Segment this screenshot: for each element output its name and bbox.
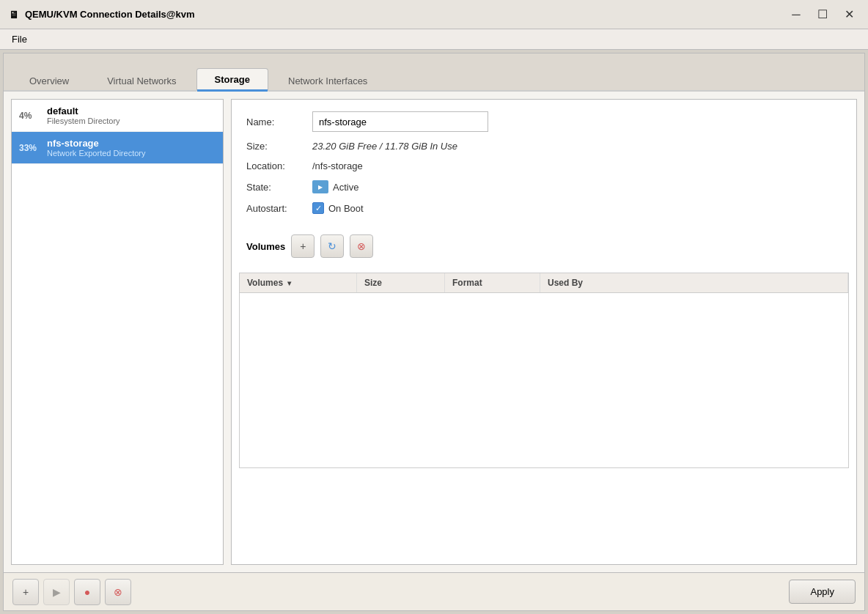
- tab-network-interfaces[interactable]: Network Interfaces: [270, 70, 386, 92]
- state-label: State:: [246, 182, 312, 193]
- name-row: Name:: [246, 111, 842, 132]
- menubar: File: [0, 29, 868, 50]
- location-value: /nfs-storage: [312, 160, 363, 171]
- storage-info-default: default Filesystem Directory: [47, 106, 120, 125]
- delete-storage-button[interactable]: ⊗: [105, 579, 131, 605]
- content-area: 4% default Filesystem Directory 33% nfs-…: [4, 92, 864, 610]
- col-header-size: Size: [357, 273, 445, 292]
- monitor-icon: [312, 180, 328, 193]
- volumes-label: Volumes: [246, 241, 285, 252]
- storage-subtext-default: Filesystem Directory: [47, 116, 120, 125]
- autostart-value: On Boot: [328, 203, 364, 214]
- size-row: Size: 23.20 GiB Free / 11.78 GiB In Use: [246, 141, 842, 152]
- tab-overview[interactable]: Overview: [11, 70, 87, 92]
- storage-list: 4% default Filesystem Directory 33% nfs-…: [11, 99, 224, 565]
- minimize-button[interactable]: ─: [786, 4, 806, 25]
- volumes-section: Volumes + ↻ ⊗: [232, 234, 856, 273]
- state-row: State: Active: [246, 180, 842, 193]
- autostart-label: Autostart:: [246, 203, 312, 214]
- storage-name-default: default: [47, 106, 120, 116]
- bottom-left-buttons: + ▶ ● ⊗: [12, 579, 131, 605]
- content-body: 4% default Filesystem Directory 33% nfs-…: [4, 92, 864, 572]
- main-window: Overview Virtual Networks Storage Networ…: [3, 53, 865, 611]
- state-value: Active: [333, 182, 358, 193]
- storage-percent-nfs: 33%: [19, 143, 40, 153]
- maximize-button[interactable]: ☐: [812, 4, 833, 25]
- storage-subtext-nfs: Network Exported Directory: [47, 149, 146, 158]
- col-header-volumes[interactable]: Volumes: [240, 273, 357, 292]
- storage-info-nfs: nfs-storage Network Exported Directory: [47, 138, 146, 158]
- delete-volume-button[interactable]: ⊗: [350, 234, 373, 258]
- location-label: Location:: [246, 160, 312, 171]
- window-title: QEMU/KVM Connection Details@kvm: [25, 9, 195, 20]
- tabbar: Overview Virtual Networks Storage Networ…: [4, 53, 864, 92]
- apply-button[interactable]: Apply: [789, 580, 856, 604]
- titlebar-left: 🖥 QEMU/KVM Connection Details@kvm: [9, 9, 195, 21]
- titlebar-controls: ─ ☐ ✕: [786, 4, 859, 25]
- close-button[interactable]: ✕: [839, 4, 859, 25]
- state-value-container: Active: [312, 180, 358, 193]
- titlebar: 🖥 QEMU/KVM Connection Details@kvm ─ ☐ ✕: [0, 0, 868, 29]
- add-volume-button[interactable]: +: [291, 234, 315, 258]
- name-input[interactable]: [312, 111, 488, 132]
- refresh-volumes-button[interactable]: ↻: [320, 234, 344, 258]
- storage-item-nfs-storage[interactable]: 33% nfs-storage Network Exported Directo…: [12, 132, 223, 164]
- tab-storage[interactable]: Storage: [196, 68, 268, 92]
- location-row: Location: /nfs-storage: [246, 160, 842, 171]
- volumes-header: Volumes + ↻ ⊗: [246, 234, 842, 258]
- storage-name-nfs: nfs-storage: [47, 138, 146, 149]
- table-body: [239, 292, 849, 468]
- size-label: Size:: [246, 141, 312, 152]
- col-header-usedby: Used By: [540, 273, 848, 292]
- autostart-value-container: ✓ On Boot: [312, 202, 364, 214]
- autostart-checkbox[interactable]: ✓: [312, 202, 324, 214]
- size-value: 23.20 GiB Free / 11.78 GiB In Use: [312, 141, 457, 152]
- add-storage-button[interactable]: +: [12, 579, 39, 605]
- details-form: Name: Size: 23.20 GiB Free / 11.78 GiB I…: [232, 100, 856, 234]
- app-icon: 🖥: [9, 9, 19, 21]
- storage-item-default[interactable]: 4% default Filesystem Directory: [12, 100, 223, 132]
- details-panel: Name: Size: 23.20 GiB Free / 11.78 GiB I…: [231, 99, 857, 565]
- start-storage-button[interactable]: ▶: [43, 579, 70, 605]
- stop-storage-button[interactable]: ●: [74, 579, 100, 605]
- tab-virtual-networks[interactable]: Virtual Networks: [89, 70, 194, 92]
- col-header-format: Format: [445, 273, 540, 292]
- bottom-toolbar: + ▶ ● ⊗ Apply: [4, 572, 864, 610]
- name-label: Name:: [246, 116, 312, 127]
- table-header: Volumes Size Format Used By: [239, 273, 849, 292]
- volumes-sort-icon: [286, 278, 291, 288]
- autostart-row: Autostart: ✓ On Boot: [246, 202, 842, 214]
- volumes-table: Volumes Size Format Used By: [239, 273, 849, 557]
- file-menu[interactable]: File: [6, 32, 33, 47]
- storage-percent-default: 4%: [19, 111, 40, 121]
